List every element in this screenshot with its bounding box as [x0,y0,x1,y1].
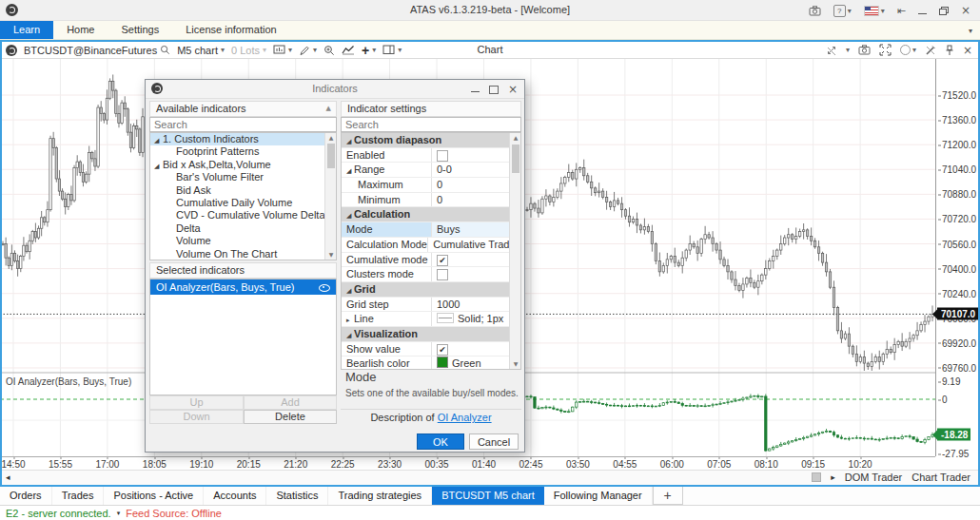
setting-row-custom-diapason[interactable]: ◢Custom diapason [342,133,520,148]
indicator-tree-item-1-custom-indicators[interactable]: ◢1. Custom Indicators [150,133,336,145]
panel-square-icon[interactable] [812,472,821,482]
tab-trading-strategies[interactable]: Trading strategies [328,487,432,505]
language-flag-button[interactable]: ▾ [864,6,885,16]
menu-settings[interactable]: Settings [108,21,172,39]
zoom-button[interactable] [323,45,335,56]
autoscroll-toggle-icon[interactable] [826,45,837,56]
drawing-tools-button[interactable]: ▾ [299,45,317,56]
available-indicators-list[interactable]: ◢1. Custom IndicatorsFootprint Patterns◢… [149,132,337,260]
indicators-button[interactable] [342,45,355,55]
layout-button[interactable]: ▾ [382,45,402,55]
dialog-maximize-icon[interactable] [489,86,499,94]
delete-button[interactable]: Delete [244,410,337,424]
down-button[interactable]: Down [149,410,244,424]
indicator-tree-item-footprint-patterns[interactable]: Footprint Patterns [150,145,336,158]
setting-row-grid[interactable]: ◢Grid [342,282,520,298]
setting-row-enabled[interactable]: Enabled [342,148,520,164]
up-button[interactable]: Up [149,395,244,410]
add-panel-button[interactable]: +▾ [362,45,376,56]
menu-overflow-chevron[interactable]: ▾ [969,27,972,35]
scrollbar[interactable]: ▲▼ [509,133,520,369]
menu-home[interactable]: Home [53,21,108,39]
server-status-chevron[interactable]: ▾ [117,510,121,517]
setting-row-clusters-mode[interactable]: Clusters mode [342,267,520,282]
indicator-settings-grid[interactable]: ◢Custom diapasonEnabled◢Range0-0Maximum0… [341,132,521,370]
visibility-eye-icon[interactable] [319,284,330,292]
tab-accounts[interactable]: Accounts [204,487,266,505]
scroll-left-arrow[interactable]: ◂ [6,472,10,482]
dialog-close-icon[interactable]: × [508,85,518,94]
tab-trades[interactable]: Trades [52,487,105,505]
checkbox-clusters-mode[interactable] [437,269,448,280]
tab-following-manager[interactable]: Following Manager [544,487,653,505]
indicator-tree-item-volume[interactable]: Volume [150,235,336,247]
checkbox-cumulative-mode[interactable]: ✔ [437,255,448,266]
dialog-title-bar[interactable]: Indicators × [146,80,524,99]
setting-row-grid-step[interactable]: Grid step1000 [342,298,520,313]
menu-learn[interactable]: Learn [0,21,53,39]
setting-row-maximum[interactable]: Maximum0 [342,178,520,193]
close-button[interactable]: × [961,6,970,15]
indicator-tree-item-volume-on-the-chart[interactable]: Volume On The Chart [150,248,336,260]
setting-row-visualization[interactable]: ◢Visualization [342,327,520,342]
setting-row-line[interactable]: ▸LineSolid; 1px [342,312,520,327]
tab-orders[interactable]: Orders [0,487,52,505]
collapse-arrow-icon[interactable]: ▲ [326,102,331,116]
setting-row-calculation[interactable]: ◢Calculation [342,207,520,222]
chart-type-button[interactable]: ▾ [273,45,292,55]
dock-window-button[interactable]: ⇤ [897,5,906,17]
minimize-button[interactable] [918,8,927,14]
indicator-tree-item-cumulative-daily-volume[interactable]: Cumulative Daily Volume [150,197,336,209]
close-panel-icon[interactable]: × [963,46,972,55]
pin-icon[interactable] [945,45,954,56]
price-axis[interactable]: 70107.0 -18.28 71520.071360.071200.07104… [935,59,978,456]
settings-search-input[interactable] [341,117,521,132]
fullscreen-icon[interactable] [879,44,892,56]
setting-row-calculation-mode[interactable]: Calculation ModeCumulative Trades [342,238,520,253]
indicator-tree-item-cvd-cumulative-volume-delta[interactable]: CVD - Cumulative Volume Delta [150,209,336,221]
setting-row-range[interactable]: ◢Range0-0 [342,163,520,178]
tree-expander-icon[interactable]: ◢ [154,161,163,173]
instrument-selector[interactable]: BTCUSDT@BinanceFutures [24,45,170,56]
setting-row-mode[interactable]: ModeBuys [342,222,520,238]
price-tick-label: 70400.0 [938,263,976,274]
indicator-tree-item-bid-x-ask-delta-volume[interactable]: ◢Bid x Ask,Delta,Volume [150,159,336,171]
checkbox-enabled[interactable] [437,150,448,162]
tree-expander-icon[interactable]: ◢ [154,135,163,147]
setting-row-minimum[interactable]: Minimum0 [342,193,520,208]
header-dropdown-chevron[interactable]: ▾ [846,46,850,54]
expand-panels-icon[interactable]: ▸ [831,472,835,482]
shape-circle-icon[interactable]: ▾ [900,45,916,55]
timeframe-selector[interactable]: M5 chart▾ [177,45,225,56]
restore-button[interactable] [939,7,949,15]
indicator-tree-item-delta[interactable]: Delta [150,222,336,235]
setting-row-show-value[interactable]: Show value✔ [342,342,520,357]
indicator-tree-item-bar-s-volume-filter[interactable]: Bar's Volume Filter [150,171,336,183]
checkbox-show-value[interactable]: ✔ [437,344,448,356]
selected-indicator-item[interactable]: OI Analyzer(Bars, Buys, True) [150,279,336,295]
indicator-description-link[interactable]: OI Analyzer [438,412,492,423]
help-menu-button[interactable]: ?▾ [833,5,852,17]
tab-btcusdt-m5-chart[interactable]: BTCUSDT M5 chart [432,487,544,505]
ok-button[interactable]: OK [417,433,464,450]
add-button[interactable]: Add [244,395,337,410]
chart-trader-button[interactable]: Chart Trader [911,472,970,483]
indicator-tree-item-bid-ask[interactable]: Bid Ask [150,184,336,197]
time-axis[interactable]: 14:5015:5517:0018:0519:1020:1521:2022:25… [0,456,935,470]
lots-selector[interactable]: 0 Lots▾ [231,45,266,56]
chart-screenshot-icon[interactable] [858,45,871,55]
tab-statistics[interactable]: Statistics [266,487,328,505]
dialog-minimize-icon[interactable] [471,91,480,92]
scrollbar[interactable]: ▲▼ [324,133,336,260]
selected-indicators-list[interactable]: OI Analyzer(Bars, Buys, True) [149,279,337,395]
available-search-input[interactable] [149,117,337,132]
strategies-tools-icon[interactable] [925,45,936,56]
add-tab-button[interactable]: + [653,487,683,505]
menu-license-information[interactable]: License information [172,21,289,39]
setting-row-cumulative-mode[interactable]: Cumulative mode✔ [342,253,520,268]
tab-positions-active[interactable]: Positions - Active [104,487,204,505]
setting-row-bearlish-color[interactable]: Bearlish colorGreen▾ [342,356,520,370]
dom-trader-button[interactable]: DOM Trader [845,472,903,483]
screenshot-camera-icon[interactable] [809,6,821,16]
cancel-button[interactable]: Cancel [469,433,519,450]
